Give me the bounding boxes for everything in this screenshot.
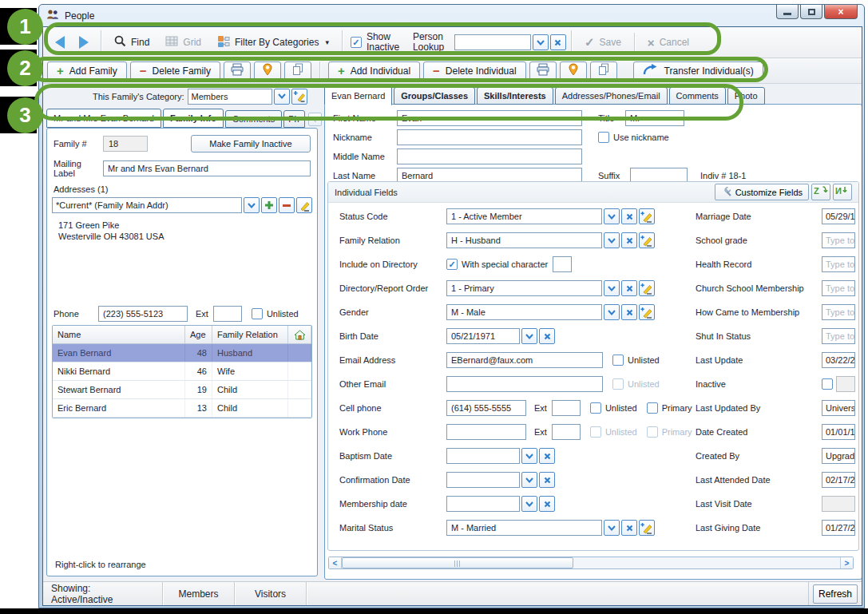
phone-input[interactable]: (223) 555-5123 [98, 306, 188, 322]
last-update-input[interactable]: 03/22/2 [822, 352, 855, 368]
table-row-eric-bernard[interactable]: Eric Bernard13Child [53, 399, 311, 418]
table-row-evan-bernard[interactable]: Evan Bernard48Husband [53, 344, 311, 362]
date-created-input[interactable]: 01/01/1 [822, 424, 855, 440]
horizontal-scrollbar[interactable]: < > [328, 557, 854, 569]
last-attended-date-input[interactable]: 02/17/2 [822, 472, 855, 488]
home-column-header[interactable] [288, 326, 311, 343]
first-name-input[interactable]: Evan [397, 110, 582, 126]
previous-record-button[interactable] [48, 32, 72, 53]
health-record-input[interactable]: Type to [822, 256, 855, 272]
family-category-dropdown-button[interactable] [274, 89, 290, 105]
individual-tab-photo[interactable]: Photo [727, 87, 765, 105]
person-lookup-input[interactable] [454, 34, 531, 50]
inactive-checkbox[interactable] [822, 378, 833, 390]
family-relation-clear-button[interactable] [621, 232, 637, 248]
last-updated-by-input[interactable]: Univers [822, 400, 855, 416]
cell-phone-ext-input[interactable] [552, 400, 581, 416]
mailing-label-input[interactable]: Mr and Mrs Evan Bernard [103, 160, 311, 176]
baptism-date-input[interactable] [446, 448, 520, 464]
cell-phone-unlisted-checkbox[interactable]: Unlisted [590, 402, 637, 414]
phone-ext-input[interactable] [213, 306, 242, 322]
church-school-membership-input[interactable]: Type to [822, 280, 855, 296]
individual-tab-comments[interactable]: Comments [669, 87, 726, 105]
map-family-button[interactable] [254, 61, 281, 81]
marriage-date-input[interactable]: 05/29/1 [822, 208, 855, 224]
include-on-directory-checkbox-box[interactable]: ✓ [446, 259, 458, 270]
directory-report-order-clear-button[interactable] [621, 280, 637, 296]
individual-tab-evan-bernard[interactable]: Evan Bernard [324, 85, 392, 105]
gender-input[interactable]: M - Male [446, 304, 602, 320]
work-phone-unlisted-checkbox-box[interactable] [590, 426, 601, 438]
print-individual-button[interactable] [529, 61, 557, 81]
visitors-filter-cell[interactable]: Visitors [235, 582, 307, 605]
shut-in-status-input[interactable]: Type to [822, 328, 855, 344]
phone-unlisted-box[interactable] [252, 308, 263, 319]
confirmation-date-clear-button[interactable] [539, 472, 555, 488]
include-on-directory-checkbox[interactable]: ✓With special character [446, 259, 548, 270]
scroll-left-button[interactable]: < [329, 557, 342, 568]
make-family-inactive-button[interactable]: Make Family Inactive [191, 135, 311, 153]
filter-by-categories-button[interactable]: Filter By Categories ▾ [209, 31, 337, 53]
family-tabs-scroll-left[interactable]: ‹ [308, 113, 322, 126]
marital-status-input[interactable]: M - Married [446, 520, 602, 536]
email-address-unlisted-checkbox[interactable]: Unlisted [612, 355, 660, 366]
cell-phone-primary-checkbox-box[interactable] [647, 402, 658, 414]
cell-phone-input[interactable]: (614) 555-5555 [446, 400, 526, 416]
copy-individual-button[interactable] [590, 61, 617, 81]
status-code-dropdown-button[interactable] [604, 208, 620, 224]
birth-date-input[interactable]: 05/21/1971 [446, 328, 520, 344]
other-email-unlisted-checkbox-box[interactable] [612, 378, 624, 390]
membership-date-input[interactable] [446, 496, 520, 512]
add-family-button[interactable]: +Add Family [47, 61, 127, 81]
marital-status-edit-button[interactable] [639, 520, 655, 536]
family-tab-comments[interactable]: Comments [225, 110, 282, 128]
title-bar[interactable]: People × [39, 5, 864, 26]
individual-tab-groups-classes[interactable]: Groups/Classes [394, 87, 475, 105]
work-phone-ext-input[interactable] [552, 424, 581, 440]
work-phone-unlisted-checkbox[interactable]: Unlisted [590, 426, 637, 438]
status-code-clear-button[interactable] [621, 208, 637, 224]
confirmation-date-input[interactable] [446, 472, 520, 488]
confirmation-date-dropdown-button[interactable] [521, 472, 537, 488]
cancel-button[interactable]: × Cancel [640, 31, 697, 53]
customize-fields-button[interactable]: Customize Fields [715, 184, 809, 200]
work-phone-primary-checkbox-box[interactable] [647, 426, 658, 438]
showing-status-cell[interactable]: Showing: Active/Inactive [43, 582, 163, 605]
members-filter-cell[interactable]: Members [163, 582, 235, 605]
email-address-unlisted-checkbox-box[interactable] [612, 355, 624, 366]
title-input[interactable]: Mr [625, 110, 684, 126]
last-giving-date-input[interactable]: 01/27/2 [822, 520, 855, 536]
close-button[interactable]: × [824, 5, 858, 19]
work-phone-input[interactable] [446, 424, 526, 440]
directory-report-order-input[interactable]: 1 - Primary [446, 280, 602, 296]
work-phone-primary-checkbox[interactable]: Primary [647, 426, 692, 438]
created-by-input[interactable]: Upgrad [822, 448, 855, 464]
middle-name-input[interactable] [397, 149, 582, 164]
restore-button[interactable] [800, 5, 822, 19]
family-tab-family-info[interactable]: Family Info [163, 109, 224, 128]
how-came-to-membership-input[interactable]: Type to [822, 304, 855, 320]
status-code-input[interactable]: 1 - Active Member [446, 208, 602, 224]
status-code-edit-button[interactable] [639, 208, 655, 224]
individual-tab-addresses-phones-email[interactable]: Addresses/Phones/Email [555, 87, 668, 105]
email-address-input[interactable]: EBernard@faux.com [446, 352, 603, 368]
map-individual-button[interactable] [560, 61, 587, 81]
family-relation-dropdown-button[interactable] [604, 232, 620, 248]
family-relation-edit-button[interactable] [639, 232, 655, 248]
scrollbar-thumb[interactable] [342, 557, 573, 568]
next-record-button[interactable] [72, 32, 96, 53]
show-inactive-box[interactable]: ✓ [351, 37, 362, 48]
individual-tab-skills-interests[interactable]: Skills/Interests [477, 87, 553, 105]
save-button[interactable]: ✓ Save [577, 31, 629, 53]
family-relation-input[interactable]: H - Husband [446, 232, 602, 248]
cell-phone-unlisted-checkbox-box[interactable] [590, 402, 601, 414]
marital-status-dropdown-button[interactable] [604, 520, 620, 536]
copy-family-button[interactable] [284, 61, 311, 81]
transfer-individuals-button[interactable]: Transfer Individual(s) [633, 61, 763, 81]
table-row-nikki-bernard[interactable]: Nikki Bernard46Wife [53, 362, 311, 381]
address-selector[interactable]: *Current* (Family Main Addr) [52, 197, 242, 213]
use-nickname-checkbox[interactable]: Use nickname [598, 132, 669, 143]
cell-phone-primary-checkbox[interactable]: Primary [647, 402, 692, 414]
sort-ascending-button[interactable]: Z [811, 184, 830, 200]
gender-clear-button[interactable] [621, 304, 637, 320]
